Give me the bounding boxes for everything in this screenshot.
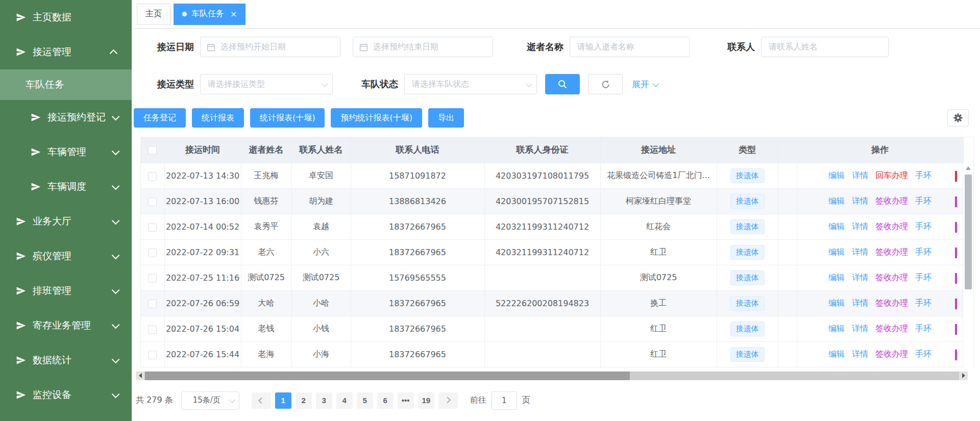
op-link-3[interactable]: 签收办理 <box>875 324 908 333</box>
toolbar-button-3[interactable]: 统计报表(十堰) <box>250 108 325 128</box>
close-icon[interactable]: × <box>230 10 237 18</box>
op-link-3[interactable]: 签收办理 <box>875 298 908 308</box>
op-link-3[interactable]: 签收办理 <box>875 247 908 257</box>
page-button-1[interactable]: 1 <box>275 392 291 409</box>
page-button-3[interactable]: 3 <box>316 392 332 409</box>
op-link-3[interactable]: 签收办理 <box>875 196 908 206</box>
scroll-right-button[interactable] <box>959 372 968 380</box>
page-button-4[interactable]: 4 <box>336 392 353 409</box>
toolbar-button-5[interactable]: 导出 <box>428 108 464 128</box>
op-link-4[interactable]: 手环 <box>915 196 932 206</box>
vertical-scrollbar[interactable] <box>963 163 973 367</box>
op-link-2[interactable]: 详情 <box>852 324 868 333</box>
main-area: 主页车队任务× 接运日期 选择预约开始日期 选择预约结束日期 逝者名称 请输入逝… <box>132 0 980 421</box>
deceased-name-label: 逝者名称 <box>493 41 570 53</box>
sidebar-item-11[interactable]: 数据统计 <box>0 343 132 378</box>
op-link-2[interactable]: 详情 <box>852 298 868 308</box>
op-link-1[interactable]: 编辑 <box>828 273 845 282</box>
op-link-2[interactable]: 详情 <box>852 247 868 257</box>
pickup-type-select[interactable]: 请选择接运类型 <box>200 74 333 94</box>
expand-filters-link[interactable]: 展开 <box>632 79 657 90</box>
page-button-2[interactable]: 2 <box>296 392 312 409</box>
sidebar-item-4[interactable]: 接运预约登记 <box>0 100 132 135</box>
op-link-4[interactable]: 手环 <box>915 349 932 359</box>
toolbar-button-4[interactable]: 预约统计报表(十堰) <box>331 108 422 128</box>
op-link-1[interactable]: 编辑 <box>828 349 845 359</box>
sidebar-item-label: 车辆调度 <box>47 180 86 193</box>
cell-deceased: 老六 <box>241 239 291 265</box>
search-button[interactable] <box>545 74 580 94</box>
op-link-3[interactable]: 签收办理 <box>875 349 908 359</box>
sidebar-item-6[interactable]: 车辆调度 <box>0 169 132 204</box>
sidebar-item-9[interactable]: 排班管理 <box>0 274 132 308</box>
op-link-4[interactable]: 手环 <box>915 221 932 231</box>
op-link-1[interactable]: 编辑 <box>828 170 845 180</box>
more-pages-button[interactable]: ••• <box>398 392 414 409</box>
sidebar-item-2[interactable]: 接运管理 <box>0 35 132 69</box>
sidebar-item-5[interactable]: 车辆管理 <box>0 135 132 169</box>
cell-deceased: 钱惠芬 <box>241 188 291 214</box>
select-all-checkbox[interactable] <box>148 146 157 155</box>
fleet-status-select[interactable]: 请选择车队状态 <box>404 74 537 94</box>
refresh-button[interactable] <box>588 74 623 94</box>
cell-contact: 袁越 <box>291 214 351 239</box>
column-settings-button[interactable] <box>947 109 969 127</box>
start-date-input[interactable]: 选择预约开始日期 <box>200 37 340 57</box>
tab-2[interactable]: 车队任务× <box>174 4 246 25</box>
tab-1[interactable]: 主页 <box>137 4 170 25</box>
sidebar-item-3[interactable]: 车队任务 <box>0 69 132 100</box>
contact-input[interactable]: 请联系人姓名 <box>761 37 889 57</box>
row-checkbox[interactable] <box>148 325 157 334</box>
scroll-left-button[interactable] <box>136 372 144 380</box>
toolbar-button-2[interactable]: 统计报表 <box>192 108 244 128</box>
op-link-2[interactable]: 详情 <box>852 273 868 282</box>
next-page-button[interactable] <box>438 392 458 409</box>
sidebar-item-1[interactable]: 主页数据 <box>0 0 132 35</box>
op-link-3[interactable]: 回车办理 <box>875 170 908 180</box>
op-link-4[interactable]: 手环 <box>915 170 932 180</box>
clipped-link-fragment <box>955 350 957 360</box>
calendar-icon <box>359 43 368 52</box>
op-link-3[interactable]: 签收办理 <box>875 273 908 282</box>
page-button-19[interactable]: 19 <box>418 392 434 409</box>
row-checkbox[interactable] <box>148 351 157 359</box>
cell-select <box>141 163 164 188</box>
toolbar-button-1[interactable]: 任务登记 <box>134 108 186 128</box>
sidebar-item-label: 接运管理 <box>33 45 71 59</box>
prev-page-button[interactable] <box>252 392 271 409</box>
op-link-1[interactable]: 编辑 <box>828 298 845 308</box>
row-checkbox[interactable] <box>148 172 157 181</box>
row-checkbox[interactable] <box>148 249 157 257</box>
op-link-2[interactable]: 详情 <box>852 221 868 231</box>
op-link-4[interactable]: 手环 <box>915 298 932 308</box>
sidebar-item-8[interactable]: 殡仪管理 <box>0 239 132 274</box>
row-checkbox[interactable] <box>148 197 157 206</box>
op-link-2[interactable]: 详情 <box>852 170 868 180</box>
sidebar-item-12[interactable]: 监控设备 <box>0 378 132 412</box>
goto-page-input[interactable] <box>492 391 517 410</box>
sidebar-item-7[interactable]: 业务大厅 <box>0 204 132 239</box>
vertical-scrollbar-thumb[interactable] <box>965 175 972 289</box>
row-checkbox[interactable] <box>148 223 157 232</box>
op-link-3[interactable]: 签收办理 <box>875 221 908 231</box>
scroll-up-arrow-icon[interactable] <box>966 166 971 170</box>
row-checkbox[interactable] <box>148 274 157 283</box>
op-link-1[interactable]: 编辑 <box>828 221 845 231</box>
horizontal-scrollbar[interactable] <box>136 372 968 380</box>
op-link-4[interactable]: 手环 <box>915 324 932 333</box>
op-link-2[interactable]: 详情 <box>852 349 868 359</box>
op-link-1[interactable]: 编辑 <box>828 196 845 206</box>
op-link-4[interactable]: 手环 <box>915 273 932 282</box>
page-button-6[interactable]: 6 <box>377 392 394 409</box>
row-checkbox[interactable] <box>148 300 157 308</box>
deceased-name-input[interactable]: 请输入逝者名称 <box>570 37 690 57</box>
op-link-1[interactable]: 编辑 <box>828 324 845 333</box>
horizontal-scrollbar-thumb[interactable] <box>145 372 630 380</box>
op-link-1[interactable]: 编辑 <box>828 247 845 257</box>
op-link-2[interactable]: 详情 <box>852 196 868 206</box>
sidebar-item-10[interactable]: 寄存业务管理 <box>0 308 132 343</box>
page-button-5[interactable]: 5 <box>357 392 373 409</box>
page-size-select[interactable]: 15条/页 <box>181 391 239 410</box>
op-link-4[interactable]: 手环 <box>915 247 932 257</box>
end-date-input[interactable]: 选择预约结束日期 <box>353 37 493 57</box>
